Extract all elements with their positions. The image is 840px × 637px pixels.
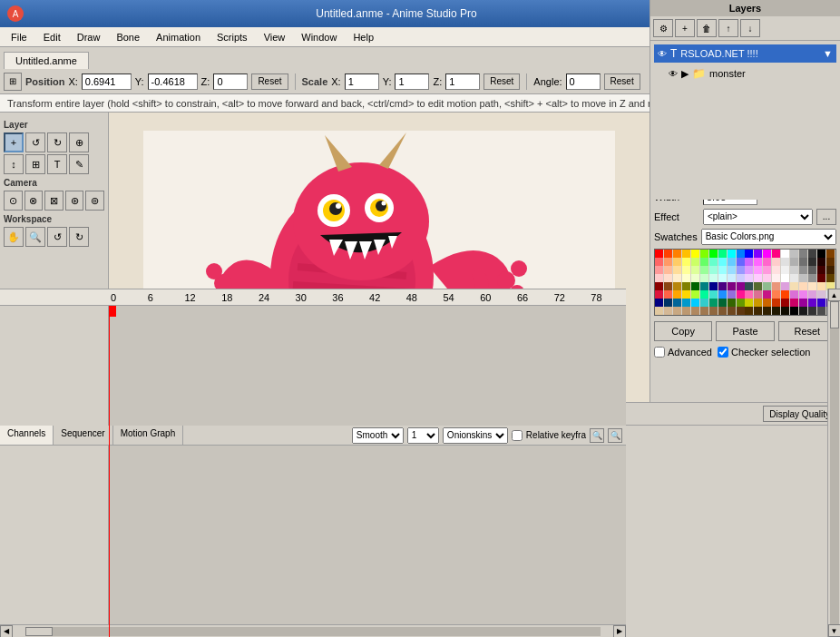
color-cell[interactable] <box>808 258 816 266</box>
color-cell[interactable] <box>709 250 718 258</box>
color-cell[interactable] <box>718 266 727 274</box>
smooth-select[interactable]: Smooth <box>352 427 404 444</box>
color-cell[interactable] <box>673 290 681 299</box>
display-quality-button[interactable]: Display Quality <box>763 406 836 422</box>
color-cell[interactable] <box>728 290 736 299</box>
color-cell[interactable] <box>763 299 771 307</box>
color-cell[interactable] <box>737 290 745 299</box>
color-cell[interactable] <box>808 250 816 258</box>
relative-keyframe-checkbox[interactable] <box>512 430 523 441</box>
layer-item-monster[interactable]: 👁 ▶ 📁 monster <box>654 64 836 83</box>
position-y-input[interactable] <box>148 74 198 90</box>
color-cell[interactable] <box>799 266 807 274</box>
tool-move[interactable]: ↕ <box>4 154 24 174</box>
tab-sequencer[interactable]: Sequencer <box>54 426 112 445</box>
color-cell[interactable] <box>799 274 807 282</box>
color-cell[interactable] <box>790 299 798 307</box>
color-cell[interactable] <box>673 250 681 258</box>
color-cell[interactable] <box>808 274 816 282</box>
color-cell[interactable] <box>799 250 807 258</box>
color-cell[interactable] <box>737 258 745 266</box>
tool-camera-5[interactable]: ⊚ <box>85 191 104 211</box>
color-cell[interactable] <box>673 299 681 307</box>
tool-camera-1[interactable]: ⊙ <box>4 191 23 211</box>
color-cell[interactable] <box>754 250 762 258</box>
color-cell[interactable] <box>728 258 736 266</box>
color-cell[interactable] <box>781 250 789 258</box>
color-cell[interactable] <box>772 266 780 274</box>
color-cell[interactable] <box>737 282 745 290</box>
tool-select[interactable]: + <box>4 132 24 152</box>
color-cell[interactable] <box>745 266 753 274</box>
color-cell[interactable] <box>781 282 789 290</box>
smooth-value-select[interactable]: 1 <box>407 427 439 444</box>
color-cell[interactable] <box>826 274 835 282</box>
color-cell[interactable] <box>790 307 798 315</box>
color-cell[interactable] <box>790 266 798 274</box>
color-cell[interactable] <box>754 258 762 266</box>
color-cell[interactable] <box>737 299 745 307</box>
color-cell[interactable] <box>754 274 762 282</box>
menu-file[interactable]: File <box>4 30 34 44</box>
menu-draw[interactable]: Draw <box>70 30 108 44</box>
color-cell[interactable] <box>754 266 762 274</box>
color-cell[interactable] <box>673 266 681 274</box>
color-cell[interactable] <box>754 282 762 290</box>
menu-help[interactable]: Help <box>346 30 381 44</box>
color-cell[interactable] <box>691 274 699 282</box>
color-cell[interactable] <box>781 274 789 282</box>
color-cell[interactable] <box>709 299 718 307</box>
color-cell[interactable] <box>655 266 663 274</box>
color-cell[interactable] <box>799 258 807 266</box>
color-cell[interactable] <box>691 290 699 299</box>
color-cell[interactable] <box>728 274 736 282</box>
color-cell[interactable] <box>763 266 771 274</box>
color-cell[interactable] <box>664 282 672 290</box>
color-cell[interactable] <box>790 282 798 290</box>
color-cell[interactable] <box>772 274 780 282</box>
color-cell[interactable] <box>808 290 816 299</box>
color-cell[interactable] <box>790 258 798 266</box>
layers-scroll-down[interactable]: ▼ <box>828 624 841 637</box>
color-cell[interactable] <box>745 274 753 282</box>
color-cell[interactable] <box>754 290 762 299</box>
layer-move-down-btn[interactable]: ↓ <box>740 19 760 37</box>
color-cell[interactable] <box>799 307 807 315</box>
reset-scale-button[interactable]: Reset <box>483 74 520 90</box>
color-cell[interactable] <box>754 299 762 307</box>
color-cell[interactable] <box>745 307 753 315</box>
color-cell[interactable] <box>655 290 663 299</box>
color-cell[interactable] <box>673 274 681 282</box>
color-cell[interactable] <box>799 282 807 290</box>
color-cell[interactable] <box>700 258 708 266</box>
color-cell[interactable] <box>790 274 798 282</box>
copy-color-button[interactable]: Copy <box>654 321 712 341</box>
color-cell[interactable] <box>817 307 825 315</box>
color-cell[interactable] <box>718 274 727 282</box>
menu-edit[interactable]: Edit <box>36 30 68 44</box>
color-cell[interactable] <box>655 250 663 258</box>
tool-add[interactable]: ⊕ <box>69 132 89 152</box>
color-cell[interactable] <box>700 274 708 282</box>
color-cell[interactable] <box>817 282 825 290</box>
color-cell[interactable] <box>763 274 771 282</box>
color-cell[interactable] <box>728 299 736 307</box>
color-cell[interactable] <box>673 282 681 290</box>
position-z-input[interactable] <box>213 74 248 90</box>
color-cell[interactable] <box>682 266 690 274</box>
color-cell[interactable] <box>728 282 736 290</box>
swatches-select[interactable]: Basic Colors.png <box>701 229 836 245</box>
scroll-right-button[interactable]: ▶ <box>613 625 626 638</box>
tool-pen[interactable]: ✎ <box>69 154 89 174</box>
color-cell[interactable] <box>655 282 663 290</box>
color-cell[interactable] <box>790 250 798 258</box>
color-cell[interactable] <box>808 266 816 274</box>
color-cell[interactable] <box>763 250 771 258</box>
color-cell[interactable] <box>790 290 798 299</box>
color-cell[interactable] <box>709 274 718 282</box>
color-cell[interactable] <box>781 258 789 266</box>
color-cell[interactable] <box>745 299 753 307</box>
layers-scroll-up[interactable]: ▲ <box>828 289 841 301</box>
color-cell[interactable] <box>772 307 780 315</box>
menu-animation[interactable]: Animation <box>149 30 208 44</box>
